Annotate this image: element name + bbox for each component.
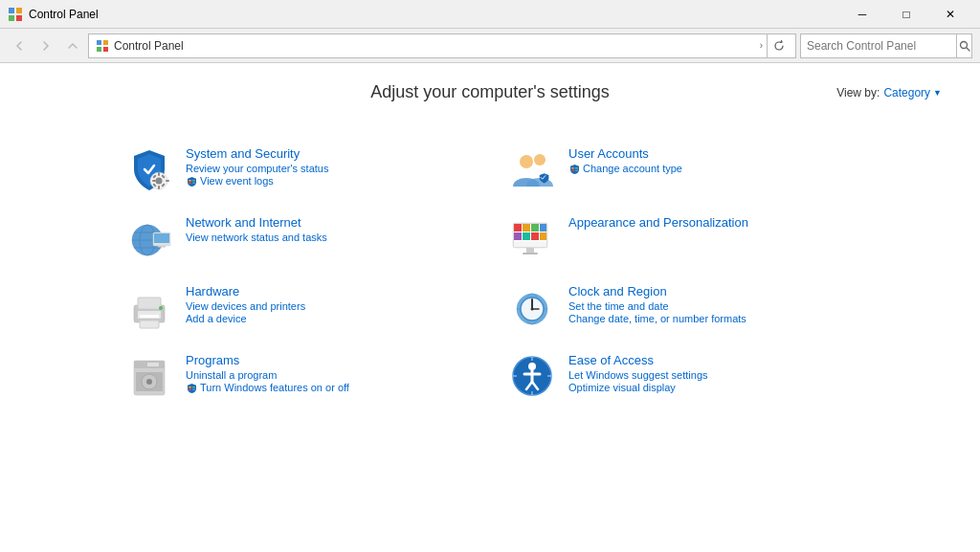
back-button[interactable] [8, 34, 31, 57]
address-path: Control Panel [114, 39, 756, 53]
viewby-dropdown[interactable]: Category ▼ [883, 86, 942, 99]
svg-rect-6 [97, 47, 101, 52]
title-bar: Control Panel ─ □ ✕ [0, 0, 980, 29]
app-icon [8, 7, 23, 22]
close-button[interactable]: ✕ [928, 0, 972, 29]
clock-link-2[interactable]: Change date, time, or number formats [568, 313, 854, 324]
viewby-chevron: ▼ [933, 88, 942, 98]
svg-rect-29 [575, 169, 578, 171]
svg-rect-5 [103, 40, 108, 45]
viewby-label: View by: [836, 86, 880, 99]
svg-rect-47 [540, 232, 546, 240]
svg-point-64 [531, 308, 534, 311]
svg-point-55 [159, 306, 163, 310]
hardware-link-2[interactable]: Add a device [186, 313, 471, 324]
svg-rect-13 [158, 186, 160, 189]
nav-bar: Control Panel › [0, 29, 980, 63]
svg-rect-22 [189, 182, 191, 184]
address-chevron: › [760, 40, 763, 51]
svg-rect-14 [152, 180, 156, 182]
programs-link-2[interactable]: Turn Windows features on or off [186, 382, 471, 393]
ease-of-access-content: Ease of Access Let Windows suggest setti… [568, 353, 854, 393]
category-ease-of-access: Ease of Access Let Windows suggest setti… [490, 342, 873, 410]
search-button[interactable] [956, 34, 971, 57]
svg-rect-56 [140, 320, 159, 328]
programs-content: Programs Uninstall a program Turn Window… [186, 353, 471, 393]
svg-rect-42 [531, 224, 539, 232]
ease-of-access-title[interactable]: Ease of Access [568, 353, 854, 367]
hardware-link-1[interactable]: View devices and printers [186, 300, 471, 312]
svg-rect-20 [189, 180, 191, 182]
svg-rect-73 [189, 388, 191, 390]
hardware-content: Hardware View devices and printers Add a… [186, 284, 471, 324]
clock-content: Clock and Region Set the time and date C… [568, 284, 854, 324]
svg-rect-48 [514, 241, 546, 247]
svg-rect-0 [9, 8, 14, 13]
svg-rect-72 [192, 386, 195, 388]
user-accounts-link-1[interactable]: Change account type [568, 163, 854, 174]
clock-title[interactable]: Clock and Region [568, 284, 854, 298]
svg-rect-43 [540, 224, 546, 232]
category-appearance: Appearance and Personalization [490, 204, 873, 273]
svg-rect-3 [16, 15, 22, 21]
system-security-link-2[interactable]: View event logs [186, 175, 471, 187]
svg-line-9 [966, 47, 969, 51]
svg-rect-46 [531, 232, 539, 240]
network-title[interactable]: Network and Internet [186, 215, 471, 230]
ease-of-access-link-1[interactable]: Let Windows suggest settings [568, 369, 854, 381]
svg-point-25 [534, 154, 546, 166]
category-hardware: Hardware View devices and printers Add a… [107, 273, 490, 342]
system-security-link-1[interactable]: Review your computer's status [186, 163, 471, 174]
system-security-title[interactable]: System and Security [186, 146, 471, 161]
programs-link-1[interactable]: Uninstall a program [186, 369, 471, 381]
hardware-icon [126, 284, 172, 330]
main-content: Adjust your computer's settings View by:… [0, 63, 980, 552]
svg-rect-40 [514, 224, 522, 232]
programs-shield-icon [186, 382, 197, 393]
network-icon [126, 215, 172, 261]
svg-rect-4 [97, 40, 101, 45]
category-clock: Clock and Region Set the time and date C… [490, 273, 873, 342]
svg-rect-21 [192, 180, 195, 182]
categories-grid: System and Security Review your computer… [107, 135, 873, 410]
minimize-button[interactable]: ─ [840, 0, 884, 29]
up-button[interactable] [61, 34, 84, 57]
address-bar[interactable]: Control Panel › [88, 33, 796, 58]
user-accounts-title[interactable]: User Accounts [568, 146, 854, 161]
system-security-content: System and Security Review your computer… [186, 146, 471, 187]
refresh-button[interactable] [767, 33, 790, 58]
svg-rect-37 [158, 246, 166, 248]
address-bar-icon [95, 38, 110, 54]
network-link-1[interactable]: View network status and tasks [186, 232, 471, 243]
svg-rect-50 [523, 253, 538, 254]
clock-icon [509, 284, 555, 330]
forward-button[interactable] [34, 34, 57, 57]
svg-rect-2 [9, 15, 14, 21]
ease-of-access-link-2[interactable]: Optimize visual display [568, 382, 854, 393]
user-accounts-content: User Accounts Change account type [568, 146, 854, 174]
appearance-icon [509, 215, 555, 261]
svg-rect-54 [140, 315, 159, 318]
hardware-title[interactable]: Hardware [186, 284, 471, 298]
programs-title[interactable]: Programs [186, 353, 471, 367]
svg-rect-41 [523, 224, 530, 232]
svg-rect-36 [154, 233, 169, 243]
uac-shield-icon [568, 163, 580, 174]
svg-point-69 [146, 379, 152, 385]
category-network: Network and Internet View network status… [107, 204, 490, 273]
network-content: Network and Internet View network status… [186, 215, 471, 243]
svg-rect-28 [571, 169, 574, 171]
system-security-icon [126, 146, 172, 192]
svg-rect-70 [147, 363, 159, 366]
search-input[interactable] [801, 34, 956, 57]
svg-point-24 [520, 155, 533, 168]
appearance-title[interactable]: Appearance and Personalization [568, 215, 854, 230]
window-title: Control Panel [29, 8, 840, 21]
svg-rect-27 [575, 167, 578, 169]
maximize-button[interactable]: □ [884, 0, 928, 29]
search-box[interactable] [800, 33, 972, 58]
page-title: Adjust your computer's settings [264, 82, 716, 102]
programs-icon [126, 353, 172, 399]
clock-link-1[interactable]: Set the time and date [568, 300, 854, 312]
svg-rect-71 [189, 386, 191, 388]
